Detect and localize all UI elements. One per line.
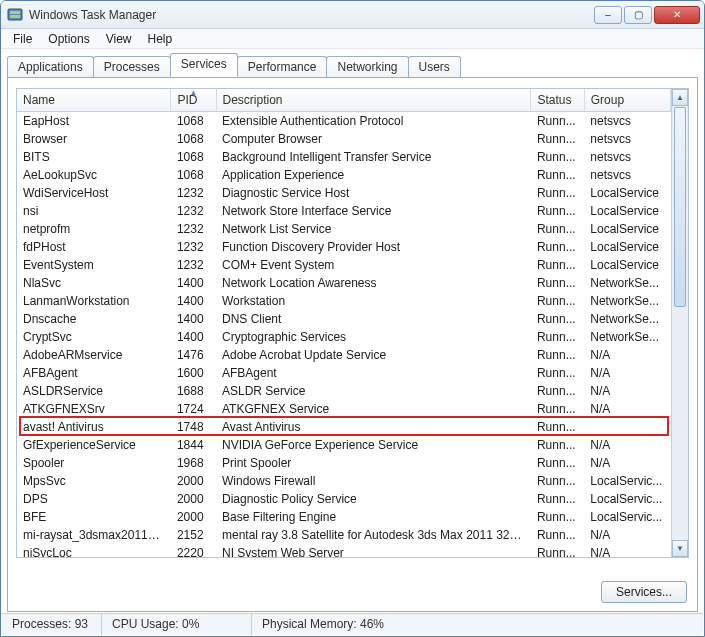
table-row[interactable]: EventSystem1232COM+ Event SystemRunn...L…	[17, 256, 671, 274]
chevron-up-icon: ▲	[676, 93, 684, 102]
cell-status: Runn...	[531, 292, 584, 310]
cell-pid: 1748	[171, 418, 216, 436]
table-row[interactable]: MpsSvc2000Windows FirewallRunn...LocalSe…	[17, 472, 671, 490]
table-row[interactable]: Spooler1968Print SpoolerRunn...N/A	[17, 454, 671, 472]
cell-desc: Diagnostic Service Host	[216, 184, 531, 202]
table-row[interactable]: DPS2000Diagnostic Policy ServiceRunn...L…	[17, 490, 671, 508]
table-row[interactable]: Browser1068Computer BrowserRunn...netsvc…	[17, 130, 671, 148]
cell-name: BFE	[17, 508, 171, 526]
taskmanager-icon	[7, 7, 23, 23]
table-row[interactable]: ASLDRService1688ASLDR ServiceRunn...N/A	[17, 382, 671, 400]
column-label: Name	[23, 93, 55, 107]
cell-desc: ATKGFNEX Service	[216, 400, 531, 418]
table-row[interactable]: AeLookupSvc1068Application ExperienceRun…	[17, 166, 671, 184]
cell-group: N/A	[584, 526, 670, 544]
cell-pid: 1724	[171, 400, 216, 418]
table-row[interactable]: fdPHost1232Function Discovery Provider H…	[17, 238, 671, 256]
close-button[interactable]: ✕	[654, 6, 700, 24]
table-row[interactable]: EapHost1068Extensible Authentication Pro…	[17, 112, 671, 131]
column-header-status[interactable]: Status	[531, 89, 584, 112]
cell-pid: 1600	[171, 364, 216, 382]
cell-group: LocalService	[584, 220, 670, 238]
cell-desc: Network Store Interface Service	[216, 202, 531, 220]
column-label: Description	[223, 93, 283, 107]
cell-name: LanmanWorkstation	[17, 292, 171, 310]
cell-group	[584, 418, 670, 436]
cell-status: Runn...	[531, 220, 584, 238]
maximize-icon: ▢	[634, 9, 643, 20]
cell-name: netprofm	[17, 220, 171, 238]
cell-desc: Extensible Authentication Protocol	[216, 112, 531, 131]
table-row[interactable]: Dnscache1400DNS ClientRunn...NetworkSe..…	[17, 310, 671, 328]
cell-pid: 1232	[171, 202, 216, 220]
cell-status: Runn...	[531, 526, 584, 544]
menu-options[interactable]: Options	[40, 30, 97, 48]
table-row[interactable]: netprofm1232Network List ServiceRunn...L…	[17, 220, 671, 238]
table-row[interactable]: GfExperienceService1844NVIDIA GeForce Ex…	[17, 436, 671, 454]
cell-name: WdiServiceHost	[17, 184, 171, 202]
table-row[interactable]: BITS1068Background Intelligent Transfer …	[17, 148, 671, 166]
cell-pid: 1476	[171, 346, 216, 364]
tab-users[interactable]: Users	[408, 56, 461, 78]
cell-desc: Avast Antivirus	[216, 418, 531, 436]
cell-desc: mental ray 3.8 Satellite for Autodesk 3d…	[216, 526, 531, 544]
table-row[interactable]: CryptSvc1400Cryptographic ServicesRunn..…	[17, 328, 671, 346]
table-row[interactable]: NlaSvc1400Network Location AwarenessRunn…	[17, 274, 671, 292]
cell-group: LocalService	[584, 202, 670, 220]
cell-name: MpsSvc	[17, 472, 171, 490]
tab-networking[interactable]: Networking	[326, 56, 408, 78]
table-row[interactable]: mi-raysat_3dsmax2011_322152mental ray 3.…	[17, 526, 671, 544]
scroll-down-button[interactable]: ▼	[672, 540, 688, 557]
scroll-up-button[interactable]: ▲	[672, 89, 688, 106]
status-processes: Processes: 93	[2, 614, 102, 635]
cell-name: fdPHost	[17, 238, 171, 256]
cell-pid: 1068	[171, 166, 216, 184]
vertical-scrollbar[interactable]: ▲ ▼	[671, 89, 688, 557]
cell-status: Runn...	[531, 490, 584, 508]
tab-services[interactable]: Services	[170, 53, 238, 77]
column-header-name[interactable]: Name	[17, 89, 171, 112]
cell-status: Runn...	[531, 238, 584, 256]
menu-help[interactable]: Help	[140, 30, 181, 48]
tab-applications[interactable]: Applications	[7, 56, 94, 78]
cell-group: NetworkSe...	[584, 292, 670, 310]
listview-main[interactable]: Name ▲PID Description Status Group EapHo…	[17, 89, 671, 557]
cell-group: N/A	[584, 400, 670, 418]
cell-desc: AFBAgent	[216, 364, 531, 382]
maximize-button[interactable]: ▢	[624, 6, 652, 24]
window-title: Windows Task Manager	[29, 8, 156, 22]
cell-desc: Network List Service	[216, 220, 531, 238]
menu-view[interactable]: View	[98, 30, 140, 48]
cell-name: AeLookupSvc	[17, 166, 171, 184]
table-row[interactable]: AdobeARMservice1476Adobe Acrobat Update …	[17, 346, 671, 364]
table-row[interactable]: WdiServiceHost1232Diagnostic Service Hos…	[17, 184, 671, 202]
cell-name: EventSystem	[17, 256, 171, 274]
cell-pid: 1068	[171, 112, 216, 131]
table-row[interactable]: avast! Antivirus1748Avast AntivirusRunn.…	[17, 418, 671, 436]
cell-status: Runn...	[531, 382, 584, 400]
minimize-button[interactable]: –	[594, 6, 622, 24]
cell-pid: 1400	[171, 274, 216, 292]
column-header-pid[interactable]: ▲PID	[171, 89, 216, 112]
scroll-thumb[interactable]	[674, 107, 686, 307]
services-button[interactable]: Services...	[601, 581, 687, 603]
tab-performance[interactable]: Performance	[237, 56, 328, 78]
tab-body: Name ▲PID Description Status Group EapHo…	[7, 77, 698, 612]
cell-name: avast! Antivirus	[17, 418, 171, 436]
column-header-description[interactable]: Description	[216, 89, 531, 112]
column-header-group[interactable]: Group	[584, 89, 670, 112]
svg-rect-0	[8, 9, 22, 20]
table-row[interactable]: niSvcLoc2220NI System Web ServerRunn...N…	[17, 544, 671, 557]
table-row[interactable]: ATKGFNEXSrv1724ATKGFNEX ServiceRunn...N/…	[17, 400, 671, 418]
cell-group: N/A	[584, 346, 670, 364]
tabs: Applications Processes Services Performa…	[7, 55, 698, 77]
cell-pid: 2152	[171, 526, 216, 544]
table-row[interactable]: AFBAgent1600AFBAgentRunn...N/A	[17, 364, 671, 382]
table-row[interactable]: LanmanWorkstation1400WorkstationRunn...N…	[17, 292, 671, 310]
table-row[interactable]: BFE2000Base Filtering EngineRunn...Local…	[17, 508, 671, 526]
menu-file[interactable]: File	[5, 30, 40, 48]
cell-pid: 1232	[171, 256, 216, 274]
table-row[interactable]: nsi1232Network Store Interface ServiceRu…	[17, 202, 671, 220]
tab-processes[interactable]: Processes	[93, 56, 171, 78]
services-button-row: Services...	[601, 581, 687, 603]
